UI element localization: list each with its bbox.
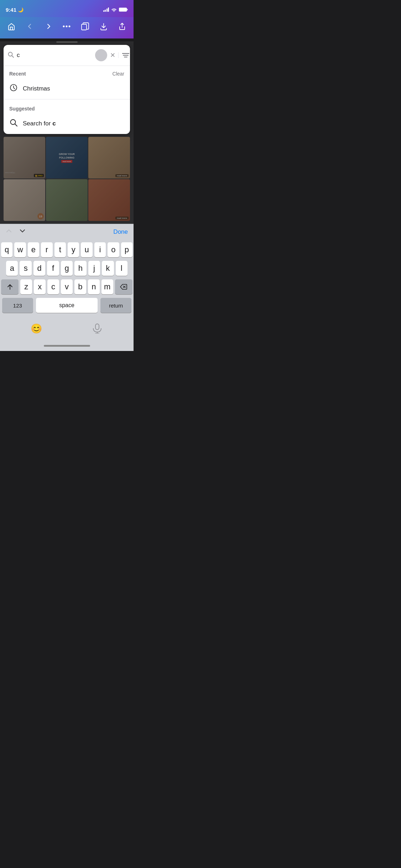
content-grid: www.reallyg... 👑 PRO GROW YOURFOLLOWING … bbox=[0, 134, 134, 224]
done-button[interactable]: Done bbox=[113, 228, 128, 236]
clear-input-button[interactable]: ✕ bbox=[110, 51, 115, 59]
search-panel: ✕ Recent Clear Christmas bbox=[4, 45, 130, 134]
key-s[interactable]: s bbox=[20, 261, 31, 276]
key-e[interactable]: e bbox=[28, 242, 39, 257]
back-button[interactable] bbox=[24, 20, 36, 33]
key-b[interactable]: b bbox=[74, 279, 86, 294]
key-i[interactable]: i bbox=[94, 242, 106, 257]
key-h[interactable]: h bbox=[74, 261, 86, 276]
avatar bbox=[95, 49, 107, 61]
keyboard: q w e r t y u i o p a s d f g h j k l z … bbox=[0, 239, 134, 318]
nav-down-button[interactable] bbox=[19, 228, 26, 236]
search-for-row[interactable]: Search for c bbox=[4, 114, 130, 134]
grow-text: GROW YOURFOLLOWING bbox=[59, 153, 75, 159]
svg-rect-1 bbox=[127, 9, 128, 10]
key-g[interactable]: g bbox=[61, 261, 73, 276]
shift-key[interactable] bbox=[1, 279, 19, 294]
grid-thumb-6: read more bbox=[88, 179, 130, 221]
search-for-label: Search for c bbox=[23, 120, 56, 127]
emoji-button[interactable]: 😊 bbox=[28, 321, 44, 336]
svg-line-7 bbox=[12, 56, 14, 57]
home-button[interactable] bbox=[5, 20, 18, 33]
input-accessory-bar: Done bbox=[0, 224, 134, 239]
svg-point-2 bbox=[63, 26, 65, 27]
grid-thumb-3: read more bbox=[88, 137, 130, 179]
more-button[interactable] bbox=[60, 20, 73, 33]
signal-icon bbox=[103, 7, 109, 12]
key-u[interactable]: u bbox=[81, 242, 92, 257]
key-r[interactable]: r bbox=[41, 242, 52, 257]
status-bar: 9:41 🌙 bbox=[0, 0, 134, 17]
key-l[interactable]: l bbox=[116, 261, 127, 276]
nav-arrows bbox=[6, 228, 26, 236]
key-d[interactable]: d bbox=[33, 261, 45, 276]
key-q[interactable]: q bbox=[1, 242, 12, 257]
clock-icon bbox=[9, 84, 18, 93]
key-j[interactable]: j bbox=[88, 261, 100, 276]
suggested-section-header: Suggested bbox=[4, 101, 130, 114]
section-divider bbox=[4, 99, 130, 99]
clear-button[interactable]: Clear bbox=[113, 71, 124, 77]
key-f[interactable]: f bbox=[47, 261, 59, 276]
key-a[interactable]: a bbox=[6, 261, 18, 276]
search-icon bbox=[8, 52, 14, 59]
read-more-badge-2: read more bbox=[115, 217, 129, 219]
key-row-3: z x c v b n m bbox=[1, 279, 132, 294]
grid-thumb-1: www.reallyg... 👑 PRO bbox=[4, 137, 45, 179]
key-row-2: a s d f g h j k l bbox=[1, 261, 132, 276]
status-icons bbox=[103, 7, 128, 12]
grid-thumb-4: 15 bbox=[4, 179, 45, 221]
delete-key[interactable] bbox=[115, 279, 132, 294]
tabs-button[interactable] bbox=[79, 20, 92, 33]
moon-icon: 🌙 bbox=[18, 7, 24, 12]
key-p[interactable]: p bbox=[121, 242, 132, 257]
return-key[interactable]: return bbox=[100, 298, 131, 313]
download-button[interactable] bbox=[97, 20, 110, 33]
key-w[interactable]: w bbox=[14, 242, 26, 257]
pro-badge: 👑 PRO bbox=[34, 174, 44, 177]
key-c[interactable]: c bbox=[47, 279, 59, 294]
svg-point-3 bbox=[66, 26, 68, 27]
battery-icon bbox=[119, 7, 128, 12]
search-input[interactable] bbox=[17, 52, 92, 59]
svg-rect-5 bbox=[82, 24, 87, 30]
mic-button[interactable] bbox=[89, 321, 105, 336]
suggested-label: Suggested bbox=[9, 106, 35, 112]
grid-thumb-5 bbox=[46, 179, 88, 221]
forward-button[interactable] bbox=[42, 20, 55, 33]
key-o[interactable]: o bbox=[108, 242, 119, 257]
grid-thumb-2: GROW YOURFOLLOWING read more bbox=[46, 137, 88, 179]
share-button[interactable] bbox=[116, 20, 129, 33]
recent-section-header: Recent Clear bbox=[4, 66, 130, 79]
key-y[interactable]: y bbox=[68, 242, 79, 257]
browser-toolbar bbox=[0, 17, 134, 38]
key-t[interactable]: t bbox=[54, 242, 66, 257]
svg-rect-0 bbox=[119, 8, 127, 11]
nav-up-button[interactable] bbox=[6, 228, 12, 236]
content-background: ✕ Recent Clear Christmas bbox=[0, 41, 134, 224]
read-more-badge-1: read more bbox=[115, 174, 129, 177]
key-v[interactable]: v bbox=[61, 279, 73, 294]
svg-rect-17 bbox=[95, 324, 99, 330]
svg-point-4 bbox=[69, 26, 71, 27]
search-suggestion-icon bbox=[9, 119, 18, 128]
status-time: 9:41 🌙 bbox=[6, 7, 24, 13]
drag-handle bbox=[56, 41, 78, 43]
home-indicator-bar bbox=[0, 343, 134, 351]
key-row-1: q w e r t y u i o p bbox=[1, 242, 132, 257]
key-x[interactable]: x bbox=[34, 279, 46, 294]
wifi-icon bbox=[111, 7, 117, 12]
key-n[interactable]: n bbox=[88, 279, 100, 294]
space-key[interactable]: space bbox=[36, 298, 98, 313]
recent-item-christmas[interactable]: Christmas bbox=[4, 79, 130, 98]
numbers-key[interactable]: 123 bbox=[2, 298, 33, 313]
key-z[interactable]: z bbox=[20, 279, 32, 294]
recent-label: Recent bbox=[9, 71, 26, 77]
time-display: 9:41 bbox=[6, 7, 16, 13]
key-row-4: 123 space return bbox=[1, 298, 132, 313]
filter-button[interactable] bbox=[118, 52, 129, 58]
svg-line-13 bbox=[15, 124, 17, 126]
key-k[interactable]: k bbox=[102, 261, 114, 276]
key-m[interactable]: m bbox=[101, 279, 113, 294]
home-pill bbox=[44, 345, 90, 347]
